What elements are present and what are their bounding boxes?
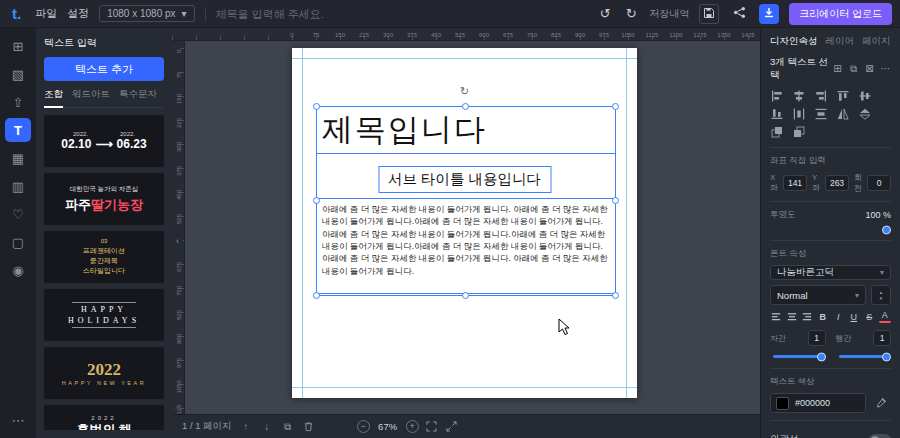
menu-file[interactable]: 파일 xyxy=(35,6,57,21)
fit-screen-button[interactable] xyxy=(425,420,439,434)
canvas-size-selector[interactable]: 1080 x 1080 px ▾ xyxy=(99,5,194,22)
download-button[interactable] xyxy=(759,4,779,24)
share-button[interactable] xyxy=(729,4,749,24)
profile-rail-item[interactable]: ◉ xyxy=(5,258,31,282)
line-height-slider[interactable] xyxy=(839,355,889,358)
y-input[interactable] xyxy=(825,175,849,191)
creator-upload-button[interactable]: 크리에이터 업로드 xyxy=(789,3,892,25)
text-rail-item[interactable]: T xyxy=(5,118,31,142)
tab-layers[interactable]: 레이어 xyxy=(826,35,855,48)
align-bottom-icon[interactable] xyxy=(770,107,783,120)
text-color-button[interactable]: A xyxy=(879,310,892,323)
outline-toggle[interactable] xyxy=(869,434,891,438)
underline-button[interactable]: U xyxy=(848,310,861,324)
flip-vertical-icon[interactable] xyxy=(858,107,871,120)
font-weight-select[interactable]: Normal ▾ xyxy=(770,285,866,305)
flip-horizontal-icon[interactable] xyxy=(836,107,849,120)
selection-handle-middle-right[interactable] xyxy=(612,197,619,204)
text-color-picker[interactable]: #000000 xyxy=(770,393,866,413)
letter-spacing-input[interactable] xyxy=(808,330,826,346)
document-title-input[interactable] xyxy=(216,8,588,20)
template-card-newyear[interactable]: 2022 HAPPY NEW YEAR xyxy=(44,347,164,399)
image-rail-item[interactable]: ▧ xyxy=(5,62,31,86)
guide-top[interactable] xyxy=(292,58,637,59)
template-card-tiger[interactable]: 2022 흑범의 해 壬寅年 xyxy=(44,405,164,430)
upload-rail-item[interactable]: ⇧ xyxy=(5,90,31,114)
bring-forward-icon[interactable] xyxy=(770,125,783,138)
group-icon[interactable]: ⊞ xyxy=(832,63,843,75)
page-up-button[interactable]: ↑ xyxy=(239,420,253,434)
bold-button[interactable]: B xyxy=(817,310,830,324)
tab-special-chars[interactable]: 특수문자 xyxy=(119,88,157,107)
guide-left[interactable] xyxy=(302,48,303,398)
template-card-farm[interactable]: 대한민국 농가의 자존심 파주딸기농장 xyxy=(44,173,164,225)
opacity-slider-knob[interactable] xyxy=(882,226,891,235)
template-card-holiday[interactable]: HAPPY HOLIDAYS xyxy=(44,289,164,341)
strikethrough-button[interactable]: S xyxy=(863,310,876,324)
chart-rail-item[interactable]: ▥ xyxy=(5,174,31,198)
menu-settings[interactable]: 설정 xyxy=(67,6,89,21)
align-top-icon[interactable] xyxy=(836,89,849,102)
canvas-area[interactable]: 0751502253003754505256006757508259009751… xyxy=(172,28,760,438)
eyedropper-button[interactable] xyxy=(871,393,891,413)
artboard[interactable]: 제목입니다 서브 타이틀 내용입니다 아래에 좀 더 많은 자세한 내용이 들어… xyxy=(292,48,637,398)
align-right-icon[interactable] xyxy=(814,89,827,102)
save-history-button[interactable]: 저장내역 xyxy=(649,7,689,21)
selection-handle-bottom-middle[interactable] xyxy=(462,292,469,299)
page-down-button[interactable]: ↓ xyxy=(260,420,274,434)
align-left-icon[interactable] xyxy=(770,89,783,102)
selection-handle-top-left[interactable] xyxy=(313,103,320,110)
text-align-center-icon[interactable] xyxy=(786,310,799,324)
selection-handle-top-middle[interactable] xyxy=(462,103,469,110)
x-input[interactable] xyxy=(783,175,807,191)
zoom-out-button[interactable]: − xyxy=(357,420,370,433)
fullscreen-button[interactable] xyxy=(445,420,459,434)
align-middle-vertical-icon[interactable] xyxy=(858,89,871,102)
zoom-in-button[interactable]: + xyxy=(406,420,419,433)
font-family-select[interactable]: 나눔바른고딕 ▾ xyxy=(770,265,891,280)
send-backward-icon[interactable] xyxy=(792,125,805,138)
delete-icon[interactable]: ⊠ xyxy=(864,63,875,75)
undo-icon[interactable]: ↺ xyxy=(597,6,613,21)
tab-pages[interactable]: 페이지 xyxy=(862,35,891,48)
rotation-input[interactable] xyxy=(867,175,891,191)
redo-icon[interactable]: ↻ xyxy=(623,6,639,21)
selection-handle-bottom-right[interactable] xyxy=(612,292,619,299)
more-rail-item[interactable]: ⋯ xyxy=(5,408,31,432)
font-size-stepper[interactable]: ▴ ▾ xyxy=(871,285,891,305)
panel-collapse-handle[interactable]: ‹ xyxy=(172,228,183,254)
letter-spacing-knob[interactable] xyxy=(817,352,826,361)
selection-handle-top-right[interactable] xyxy=(612,103,619,110)
text-align-left-icon[interactable] xyxy=(770,310,783,324)
tab-wordart[interactable]: 워드아트 xyxy=(72,88,110,107)
template-card-date[interactable]: 2022. 2022. 02.10 ⟶ 06.23 xyxy=(44,115,164,167)
line-height-knob[interactable] xyxy=(882,352,891,361)
selection-bounding-box[interactable]: ↻ xyxy=(316,106,616,296)
frame-rail-item[interactable]: ▢ xyxy=(5,230,31,254)
italic-button[interactable]: I xyxy=(832,310,845,324)
guide-right[interactable] xyxy=(626,48,627,398)
text-align-right-icon[interactable] xyxy=(801,310,814,324)
selection-handle-middle-left[interactable] xyxy=(313,197,320,204)
selection-handle-bottom-left[interactable] xyxy=(313,292,320,299)
page-delete-button[interactable] xyxy=(302,420,316,434)
line-height-input[interactable] xyxy=(873,330,891,346)
tab-design-properties[interactable]: 디자인속성 xyxy=(770,35,818,48)
more-icon[interactable]: ⋯ xyxy=(880,63,891,75)
distribute-horizontal-icon[interactable] xyxy=(792,107,805,120)
app-logo[interactable]: t. xyxy=(8,5,25,22)
duplicate-icon[interactable]: ⧉ xyxy=(848,63,859,75)
save-button[interactable] xyxy=(699,4,719,24)
template-card-presentation[interactable]: 03 프레젠테이션 중간제목 스타일입니다 xyxy=(44,231,164,283)
tab-combination[interactable]: 조합 xyxy=(44,88,63,108)
template-rail-item[interactable]: ⊞ xyxy=(5,34,31,58)
rotate-handle-icon[interactable]: ↻ xyxy=(460,85,469,98)
letter-spacing-slider[interactable] xyxy=(773,355,823,358)
favorite-rail-item[interactable]: ♡ xyxy=(5,202,31,226)
guide-bottom[interactable] xyxy=(292,387,637,388)
add-text-button[interactable]: 텍스트 추가 xyxy=(44,57,164,81)
distribute-vertical-icon[interactable] xyxy=(814,107,827,120)
page-duplicate-button[interactable]: ⧉ xyxy=(281,420,295,434)
align-center-horizontal-icon[interactable] xyxy=(792,89,805,102)
layout-rail-item[interactable]: ▦ xyxy=(5,146,31,170)
